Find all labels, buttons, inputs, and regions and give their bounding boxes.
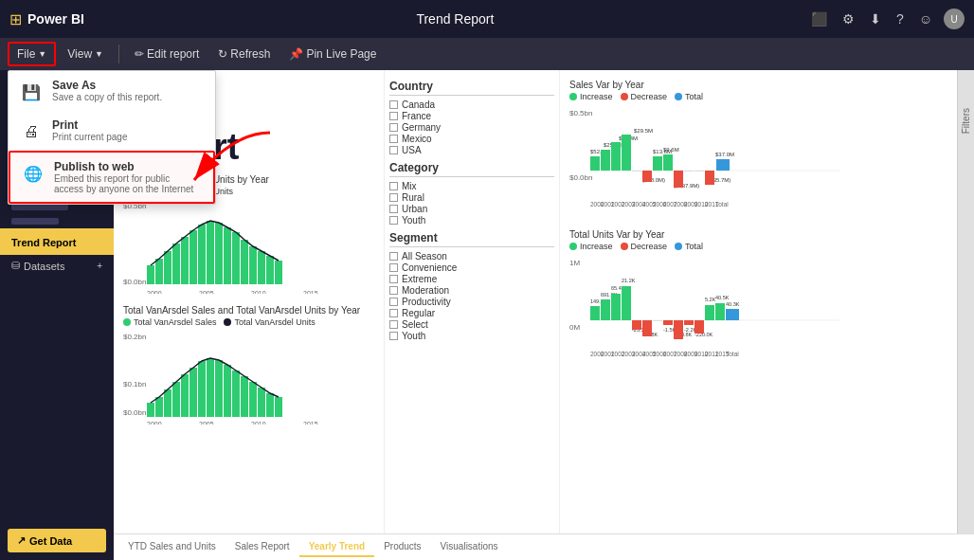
filter-convenience[interactable]: Convenience [389,262,554,273]
svg-rect-17 [232,232,240,284]
checkbox-mexico[interactable] [389,135,398,143]
svg-text:2000: 2000 [147,421,162,425]
checkbox-urban[interactable] [389,205,398,213]
sidebar-report-item-2[interactable] [0,214,114,228]
checkbox-germany[interactable] [389,123,398,132]
checkbox-youth-seg[interactable] [389,332,398,340]
legend-total: Total [675,92,703,101]
print-desc: Print current page [52,132,128,142]
checkbox-canada[interactable] [389,100,398,109]
svg-text:$0.0bn: $0.0bn [123,408,146,417]
filter-extreme[interactable]: Extreme [389,274,554,284]
avatar-icon[interactable]: U [944,9,965,29]
filter-canada[interactable]: Canada [389,99,554,110]
sales-var-chart: Sales Var by Year Increase Decrease [569,80,952,222]
checkbox-mix[interactable] [389,182,398,190]
checkbox-regular[interactable] [389,309,398,317]
monitor-icon[interactable]: ⬛ [807,8,831,30]
svg-text:$37.0M: $37.0M [715,152,734,157]
checkbox-usa[interactable] [389,146,398,154]
svg-rect-45 [275,397,282,417]
filter-france[interactable]: France [389,111,554,121]
download-icon[interactable]: ⬇ [866,8,885,30]
help-icon[interactable]: ? [893,8,908,30]
checkbox-select[interactable] [389,320,398,329]
save-as-item[interactable]: 💾 Save As Save a copy of this report. [9,71,215,111]
tab-ytd-sales[interactable]: YTD Sales and Units [118,537,225,557]
decrease-units-dot [621,243,628,250]
user-icon[interactable]: ☺ [915,8,936,30]
tab-visualisations[interactable]: Visualisations [431,537,508,557]
svg-text:5.2K: 5.2K [705,297,716,302]
filter-regular[interactable]: Regular [389,308,554,318]
app-name: Power BI [27,11,84,27]
filter-rural[interactable]: Rural [389,192,554,203]
filter-youth-seg[interactable]: Youth [389,331,554,341]
filter-side-panel[interactable]: Filters [957,70,974,533]
svg-text:40.5K: 40.5K [715,295,730,300]
increase-units-dot [569,243,577,250]
checkbox-convenience[interactable] [389,263,398,272]
svg-rect-55 [611,142,621,171]
filter-select[interactable]: Select [389,319,554,330]
svg-rect-30 [147,403,154,417]
checkbox-moderation[interactable] [389,286,398,295]
filter-mexico[interactable]: Mexico [389,134,554,144]
svg-text:Total: Total [715,201,729,208]
file-button[interactable]: File ▼ [8,42,56,66]
sidebar-bottom: ↗ Get Data [0,521,114,560]
filter-productivity[interactable]: Productivity [389,297,554,307]
checkbox-allseason[interactable] [389,252,398,261]
sales-var-title: Sales Var by Year [569,80,952,90]
edit-report-button[interactable]: ✏ Edit report [127,44,207,64]
svg-rect-53 [590,156,600,171]
publish-icon: 🌐 [22,162,45,185]
sales-var-legend: Increase Decrease Total [569,92,952,101]
variance-charts: Sales Var by Year Increase Decrease [559,70,957,533]
settings-icon[interactable]: ⚙ [839,8,858,30]
svg-rect-41 [241,376,248,417]
refresh-button[interactable]: ↻ Refresh [210,44,278,64]
filter-urban[interactable]: Urban [389,204,554,214]
checkbox-rural[interactable] [389,193,398,202]
arrow-icon: ↗ [17,534,26,547]
svg-text:$9.6M: $9.6M [663,147,679,153]
sidebar-item-datasets[interactable]: ⛁ Datasets + [0,255,114,277]
tab-yearly-trend[interactable]: Yearly Trend [299,537,374,557]
chevron-down-icon: ▼ [95,49,103,59]
tab-sales-report[interactable]: Sales Report [225,537,299,557]
svg-rect-104 [674,320,683,339]
pin-live-button[interactable]: 📌 Pin Live Page [281,44,384,64]
checkbox-youth-cat[interactable] [389,216,398,225]
get-data-button[interactable]: ↗ Get Data [8,529,106,552]
svg-rect-9 [164,251,171,284]
units-var-legend: Increase Decrease Total [569,242,952,251]
plus-datasets-icon[interactable]: + [97,261,102,271]
checkbox-extreme[interactable] [389,275,398,283]
sidebar-item-trend-report[interactable]: Trend Report [0,228,114,255]
pencil-icon: ✏ [135,47,144,61]
checkbox-productivity[interactable] [389,298,398,306]
increase-label: Increase [580,92,613,101]
filter-youth-cat[interactable]: Youth [389,215,554,226]
svg-text:2010: 2010 [251,290,266,294]
svg-rect-56 [622,135,631,171]
svg-rect-57 [632,171,641,172]
filter-usa[interactable]: USA [389,145,554,155]
tab-products[interactable]: Products [374,537,430,557]
save-as-desc: Save a copy of this report. [52,92,162,102]
filter-mix[interactable]: Mix [389,181,554,191]
units-var-svg: 1M 0M 149.2K 691.8K [569,254,844,368]
filter-germany[interactable]: Germany [389,122,554,133]
filter-allseason[interactable]: All Season [389,251,554,262]
filter-moderation[interactable]: Moderation [389,285,554,296]
svg-rect-108 [694,320,704,334]
increase-units-label: Increase [580,242,613,251]
view-button[interactable]: View ▼ [60,44,111,64]
svg-rect-114 [726,309,739,320]
svg-text:Total: Total [726,351,739,357]
save-as-icon: 💾 [20,81,43,103]
checkbox-france[interactable] [389,112,398,120]
chart-vanarsdel: Total VanArsdel Sales and Total VanArsde… [123,305,374,428]
legend-increase: Increase [569,92,613,101]
